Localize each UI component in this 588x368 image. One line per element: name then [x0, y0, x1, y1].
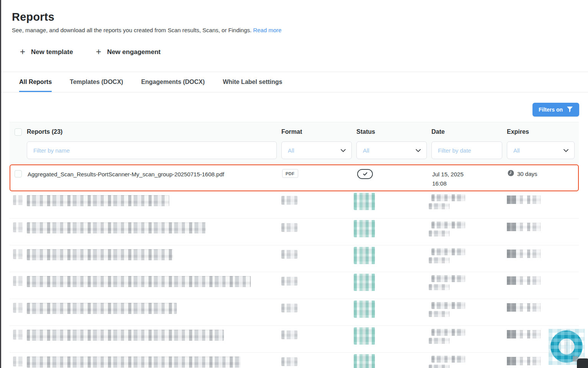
format-filter-select[interactable]: All: [281, 141, 352, 159]
redacted-expires: [507, 357, 541, 365]
report-date-line1: Jul 15, 2025: [432, 170, 508, 179]
new-template-label: New template: [31, 48, 73, 56]
table-row-redacted[interactable]: [10, 352, 579, 368]
table-header: Reports (23) Format Status Date Expires …: [10, 122, 579, 164]
tab-all-reports[interactable]: All Reports: [19, 72, 52, 92]
redacted-expires: [507, 196, 541, 204]
row-checkbox[interactable]: [15, 170, 22, 177]
reports-table: Reports (23) Format Status Date Expires …: [10, 122, 579, 368]
tab-bar: All Reports Templates (DOCX) Engagements…: [0, 72, 588, 92]
redacted-date: [431, 356, 465, 363]
redacted-checkbox[interactable]: [13, 276, 23, 286]
redacted-date: [431, 275, 465, 282]
redacted-file-name: [27, 303, 177, 314]
redacted-checkbox[interactable]: [13, 195, 23, 205]
redacted-file-name: [27, 356, 240, 368]
page-title: Reports: [12, 11, 588, 23]
filters-on-button[interactable]: Filters on: [532, 103, 579, 117]
redacted-time: [429, 284, 449, 290]
status-filter-select[interactable]: All: [356, 141, 427, 159]
redacted-format-badge: [281, 223, 297, 232]
expires-filter-value: All: [513, 147, 520, 154]
chevron-down-icon: [564, 147, 568, 154]
redacted-file-name: [27, 222, 206, 233]
expires-filter-select[interactable]: All: [507, 141, 575, 159]
redacted-file-name: [27, 195, 169, 206]
corner-widget: [577, 358, 588, 368]
redacted-format-badge: [281, 304, 297, 312]
redacted-time: [429, 311, 449, 317]
plus-icon: +: [20, 47, 25, 56]
expires-label: 30 days: [517, 171, 537, 177]
new-engagement-label: New engagement: [107, 48, 161, 56]
report-file-name[interactable]: Aggregated_Scan_Results-PortScanner-My_s…: [28, 171, 282, 191]
redacted-status-badge: [354, 247, 375, 264]
select-all-checkbox[interactable]: [15, 128, 22, 136]
table-row-redacted[interactable]: [10, 245, 579, 272]
clock-icon: [508, 170, 514, 177]
redacted-format-badge: [281, 277, 297, 286]
redacted-time: [429, 365, 449, 368]
redacted-expires: [507, 330, 541, 338]
subtitle-text: See, manage, and download all the report…: [12, 27, 252, 33]
redacted-format-badge: [281, 357, 297, 366]
read-more-link[interactable]: Read more: [253, 27, 281, 33]
table-row-highlighted[interactable]: Aggregated_Scan_Results-PortScanner-My_s…: [10, 164, 579, 191]
redacted-expires: [507, 223, 541, 231]
filter-by-name-input[interactable]: [27, 141, 277, 159]
redacted-checkbox[interactable]: [13, 222, 23, 232]
redacted-expires: [507, 250, 541, 258]
redacted-checkbox[interactable]: [13, 356, 23, 366]
report-expires: 30 days: [508, 170, 578, 177]
chevron-down-icon: [416, 147, 421, 154]
redacted-checkbox[interactable]: [13, 303, 23, 313]
report-date-line2: 16:08: [432, 179, 508, 188]
status-completed-badge: [357, 169, 373, 179]
status-filter-value: All: [363, 147, 369, 154]
new-template-button[interactable]: + New template: [20, 48, 73, 57]
column-status: Status: [356, 128, 431, 135]
redacted-expires: [507, 303, 541, 312]
redacted-checkbox[interactable]: [13, 330, 23, 340]
column-format: Format: [281, 128, 356, 135]
table-row-redacted[interactable]: [10, 191, 579, 218]
page-header: Reports See, manage, and download all th…: [0, 0, 588, 72]
tab-white-label-settings[interactable]: White Label settings: [223, 72, 283, 92]
report-date: Jul 15, 2025 16:08: [432, 170, 508, 191]
redacted-time: [429, 230, 449, 237]
redacted-file-name: [27, 249, 173, 260]
redacted-file-name: [27, 276, 251, 287]
redacted-time: [429, 257, 449, 263]
redacted-rows-container: [10, 191, 579, 368]
sidebar-edge: [0, 0, 1, 368]
tab-templates-docx[interactable]: Templates (DOCX): [70, 72, 123, 92]
redacted-date: [431, 329, 465, 336]
check-icon: [363, 171, 368, 177]
table-row-redacted[interactable]: [10, 325, 579, 352]
new-engagement-button[interactable]: + New engagement: [96, 48, 161, 57]
filters-on-label: Filters on: [539, 107, 563, 113]
header-actions: + New template + New engagement: [20, 48, 588, 57]
redacted-status-badge: [354, 274, 375, 291]
redacted-date: [431, 248, 465, 255]
chevron-down-icon: [341, 147, 346, 154]
redacted-status-badge: [354, 354, 375, 368]
table-row-redacted[interactable]: [10, 299, 579, 325]
tab-engagements-docx[interactable]: Engagements (DOCX): [141, 72, 205, 92]
plus-icon: +: [96, 47, 101, 56]
redacted-date: [431, 302, 465, 309]
table-row-redacted[interactable]: [10, 272, 579, 299]
redacted-status-badge: [354, 327, 375, 345]
table-toolbar: Filters on: [0, 92, 588, 122]
table-row-redacted[interactable]: [10, 218, 579, 245]
redacted-format-badge: [281, 196, 297, 205]
redacted-time: [429, 338, 449, 344]
column-reports: Reports (23): [27, 128, 281, 135]
redacted-time: [429, 203, 449, 209]
redacted-file-name: [27, 330, 224, 341]
redacted-format-badge: [281, 330, 297, 339]
filter-by-date-input[interactable]: [431, 141, 502, 159]
redacted-status-badge: [354, 220, 375, 237]
funnel-icon: [567, 106, 573, 113]
redacted-checkbox[interactable]: [13, 249, 23, 259]
